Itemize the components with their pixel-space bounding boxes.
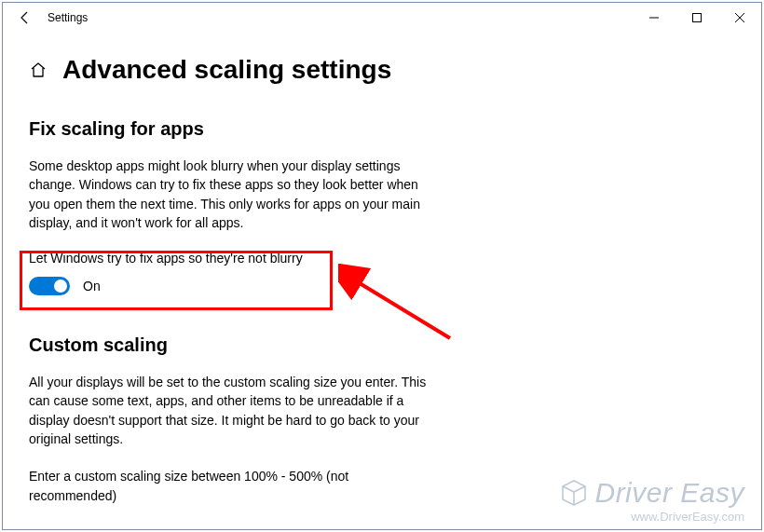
section-custom-scaling: Custom scaling All your displays will be… [29, 334, 735, 505]
window-title: Settings [40, 11, 88, 24]
watermark-url: www.DriverEasy.com [559, 510, 744, 524]
maximize-button[interactable] [675, 3, 718, 33]
section-custom-scaling-heading: Custom scaling [29, 334, 735, 356]
toggle-knob [54, 280, 67, 293]
fix-blurry-toggle-label: Let Windows try to fix apps so they're n… [29, 251, 735, 266]
header-row: Advanced scaling settings [29, 55, 735, 85]
home-icon[interactable] [29, 61, 48, 79]
fix-blurry-toggle[interactable] [29, 277, 70, 295]
section-custom-scaling-description: All your displays will be set to the cus… [29, 373, 439, 448]
fix-blurry-toggle-row: On [29, 277, 735, 295]
titlebar: Settings [3, 3, 761, 33]
settings-window: Settings Advanced scaling se [2, 2, 762, 530]
back-button[interactable] [10, 3, 40, 33]
custom-scaling-hint: Enter a custom scaling size between 100%… [29, 467, 439, 505]
content-area: Advanced scaling settings Fix scaling fo… [3, 33, 761, 505]
section-fix-scaling-heading: Fix scaling for apps [29, 118, 735, 140]
close-button[interactable] [718, 3, 761, 33]
minimize-button[interactable] [633, 3, 675, 33]
svg-rect-1 [693, 14, 702, 22]
window-controls [633, 3, 761, 33]
page-title: Advanced scaling settings [62, 55, 391, 85]
section-fix-scaling-description: Some desktop apps might look blurry when… [29, 157, 439, 232]
fix-blurry-toggle-state: On [83, 279, 101, 293]
